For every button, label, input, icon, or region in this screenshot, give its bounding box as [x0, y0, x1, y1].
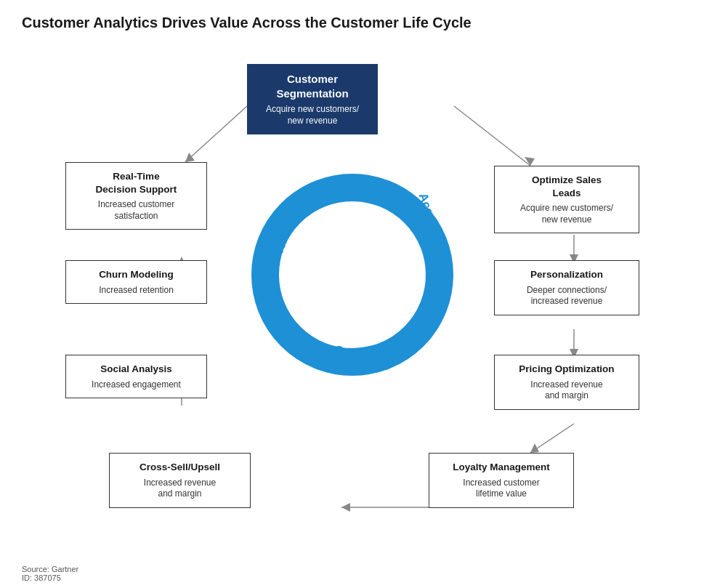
box-pricing-optimization: Pricing Optimization Increased revenuean… — [494, 355, 639, 410]
box-customer-segmentation-sub: Acquire new customers/new revenue — [256, 104, 368, 126]
svg-line-7 — [185, 106, 247, 162]
svg-point-0 — [265, 188, 440, 362]
box-social-analysis: Social Analysis Increased engagement — [65, 355, 207, 398]
box-realtime-decision-title: Real-TimeDecision Support — [75, 170, 198, 196]
svg-marker-16 — [341, 503, 350, 512]
box-pricing-optimization-sub: Increased revenueand margin — [503, 379, 630, 402]
svg-marker-4 — [260, 272, 276, 297]
box-social-analysis-sub: Increased engagement — [75, 379, 198, 391]
footer: Source: Gartner ID: 387075 — [22, 565, 78, 582]
label-grow: Grow — [334, 344, 365, 358]
box-churn-modeling-title: Churn Modeling — [75, 268, 198, 281]
box-personalization-title: Personalization — [503, 268, 630, 281]
box-optimize-sales-sub: Acquire new customers/new revenue — [503, 203, 630, 225]
svg-line-5 — [454, 106, 530, 166]
svg-marker-6 — [525, 157, 535, 166]
box-realtime-decision: Real-TimeDecision Support Increased cust… — [65, 162, 207, 230]
diagram-area: CustomerSegmentation Acquire new custome… — [22, 42, 683, 565]
box-pricing-optimization-title: Pricing Optimization — [503, 363, 630, 376]
box-personalization: Personalization Deeper connections/incre… — [494, 260, 639, 315]
label-acquire: Acquire — [415, 191, 444, 239]
box-loyalty-management: Loyalty Management Increased customerlif… — [429, 453, 574, 508]
page-title: Customer Analytics Drives Value Across t… — [22, 15, 682, 31]
box-social-analysis-title: Social Analysis — [75, 363, 198, 376]
box-cross-sell-sub: Increased revenueand margin — [118, 478, 241, 500]
box-cross-sell: Cross-Sell/Upsell Increased revenueand m… — [109, 453, 251, 508]
svg-marker-2 — [427, 253, 443, 278]
source-label: Source: Gartner — [22, 565, 78, 573]
box-loyalty-management-title: Loyalty Management — [438, 461, 565, 474]
box-realtime-decision-sub: Increased customersatisfaction — [75, 199, 198, 222]
box-loyalty-management-sub: Increased customerlifetime value — [438, 478, 565, 500]
box-customer-segmentation-title: CustomerSegmentation — [256, 72, 368, 100]
page-container: Customer Analytics Drives Value Across t… — [0, 0, 704, 588]
id-label: ID: 387075 — [22, 573, 78, 582]
box-churn-modeling: Churn Modeling Increased retention — [65, 260, 207, 304]
box-personalization-sub: Deeper connections/increased revenue — [503, 285, 630, 307]
svg-point-1 — [288, 211, 416, 339]
box-optimize-sales: Optimize SalesLeads Acquire new customer… — [494, 166, 639, 233]
box-customer-segmentation: CustomerSegmentation Acquire new custome… — [247, 64, 378, 134]
box-cross-sell-title: Cross-Sell/Upsell — [118, 461, 241, 474]
svg-marker-14 — [530, 443, 539, 453]
box-optimize-sales-title: Optimize SalesLeads — [503, 174, 630, 199]
box-churn-modeling-sub: Increased retention — [75, 285, 198, 297]
svg-marker-8 — [185, 153, 195, 162]
label-retain: Retain — [272, 214, 299, 255]
svg-line-13 — [530, 424, 574, 453]
